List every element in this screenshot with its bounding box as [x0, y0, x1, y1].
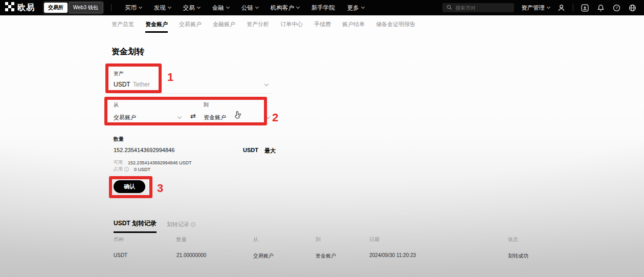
okx-logo[interactable]: 欧易	[5, 2, 35, 13]
chevron-down-icon	[547, 5, 550, 9]
from-account-select[interactable]: 交易账户	[114, 114, 136, 121]
nav-item-institutional[interactable]: 机构客户	[271, 4, 299, 12]
toggle-web3-wallet[interactable]: Web3 钱包	[69, 2, 103, 13]
record-date: 2024/09/30 11:20:23	[369, 252, 508, 260]
tab-asset-analysis[interactable]: 资产分析	[247, 20, 269, 33]
top-nav: 欧易 交易所 Web3 钱包 买币 发现 交易 金融 公链 机构客户 新手学院 …	[0, 0, 644, 15]
asset-manage-menu[interactable]: 资产管理	[521, 4, 550, 12]
to-chevron-down-icon[interactable]	[266, 115, 270, 119]
inuse-value: 0 USDT	[134, 167, 150, 172]
tab-finance-account[interactable]: 金融账户	[213, 20, 235, 33]
col-header-to: 到	[316, 236, 369, 243]
records-table: 币种 数量 从 到 日期 状态 USDT 21.00000000 交易账户 资金…	[114, 236, 531, 260]
asset-chevron-down-icon[interactable]	[264, 82, 269, 86]
download-app-icon[interactable]	[581, 4, 589, 12]
amount-input[interactable]: 152.2354143692994846	[114, 147, 174, 153]
swap-direction-icon[interactable]: ⇄	[190, 112, 196, 120]
tab-account-statement[interactable]: 账户结单	[342, 20, 365, 33]
toggle-exchange[interactable]: 交易所	[44, 3, 68, 13]
globe-icon[interactable]	[628, 4, 637, 12]
nav-item-trade[interactable]: 交易	[183, 4, 200, 12]
info-icon[interactable]: i	[124, 167, 129, 172]
info-icon: i	[191, 222, 195, 227]
nav-divider	[573, 4, 573, 11]
help-icon[interactable]: ?	[612, 4, 621, 12]
amount-currency: USDT	[243, 147, 258, 153]
okx-logo-icon	[5, 2, 14, 13]
chevron-down-icon	[296, 5, 300, 9]
bell-icon[interactable]	[596, 4, 605, 12]
from-chevron-down-icon[interactable]	[177, 115, 182, 119]
max-button[interactable]: 最大	[264, 147, 276, 155]
record-amount: 21.00000000	[176, 252, 253, 260]
record-to: 资金账户	[316, 252, 369, 260]
account-tabs: 资产总览 资金账户 交易账户 金融账户 资产分析 订单中心 手续费 账户结单 储…	[112, 20, 415, 33]
record-status: 划转成功	[508, 252, 531, 260]
mode-toggle: 交易所 Web3 钱包	[43, 1, 104, 14]
tab-order-center[interactable]: 订单中心	[280, 20, 303, 33]
confirm-button[interactable]: 确认	[114, 180, 145, 193]
col-header-status: 状态	[508, 236, 531, 243]
nav-menu: 买币 发现 交易 金融 公链 机构客户 新手学院 更多	[125, 4, 364, 12]
available-label: 可用	[114, 159, 123, 166]
chevron-down-icon	[168, 5, 171, 9]
inuse-label: 占用i	[114, 166, 129, 173]
record-from: 交易账户	[253, 252, 316, 260]
chevron-down-icon	[197, 5, 201, 9]
cursor-hand-icon	[233, 110, 242, 122]
record-coin: USDT	[114, 252, 176, 260]
chevron-down-icon	[255, 5, 259, 9]
chevron-down-icon	[226, 5, 230, 9]
chevron-down-icon	[361, 5, 365, 9]
col-header-date: 日期	[369, 236, 508, 243]
tab-proof-of-reserves[interactable]: 储备金证明报告	[376, 20, 415, 33]
col-header-from: 从	[253, 236, 316, 243]
tab-trading-account[interactable]: 交易账户	[179, 20, 202, 33]
nav-item-academy[interactable]: 新手学院	[312, 4, 335, 12]
user-icon[interactable]	[557, 4, 566, 12]
asset-select-underline	[114, 93, 273, 94]
tab-usdt-transfer-records[interactable]: USDT 划转记录	[114, 219, 157, 233]
annotation-number-1: 1	[167, 71, 173, 84]
from-label: 从	[114, 101, 119, 109]
search-bar[interactable]	[442, 3, 514, 12]
nav-item-buy-crypto[interactable]: 买币	[125, 4, 142, 12]
nav-item-more[interactable]: 更多	[347, 4, 364, 12]
amount-label: 数量	[114, 136, 124, 143]
nav-item-chain[interactable]: 公链	[241, 4, 258, 12]
search-input[interactable]	[455, 5, 510, 11]
tab-all-transfer-records[interactable]: 划转记录i	[167, 221, 195, 233]
search-icon	[447, 3, 452, 12]
asset-select[interactable]: USDTTether	[114, 81, 150, 88]
available-value: 152.2354143692994846 USDT	[128, 160, 192, 165]
col-header-amount: 数量	[176, 236, 253, 243]
main-content: 资产总览 资金账户 交易账户 金融账户 资产分析 订单中心 手续费 账户结单 储…	[0, 15, 644, 277]
svg-text:?: ?	[615, 6, 618, 10]
brand-name: 欧易	[17, 3, 35, 13]
annotation-number-2: 2	[272, 111, 278, 124]
annotation-number-3: 3	[157, 182, 163, 195]
tab-funding-account[interactable]: 资金账户	[145, 20, 168, 33]
available-row: 可用 152.2354143692994846 USDT	[114, 159, 192, 166]
nav-item-finance[interactable]: 金融	[212, 4, 229, 12]
inuse-row: 占用i 0 USDT	[114, 166, 150, 173]
nav-divider	[111, 4, 112, 11]
asset-code: USDT	[114, 81, 130, 88]
asset-fullname: Tether	[133, 81, 150, 88]
to-label: 到	[204, 101, 209, 109]
annotation-box-1	[105, 63, 162, 93]
records-tabs: USDT 划转记录 划转记录i	[114, 219, 195, 233]
tab-fees[interactable]: 手续费	[314, 20, 331, 33]
nav-item-discover[interactable]: 发现	[154, 4, 171, 12]
chevron-down-icon	[139, 5, 142, 9]
page-title: 资金划转	[112, 47, 144, 57]
tab-asset-overview[interactable]: 资产总览	[112, 20, 134, 33]
col-header-coin: 币种	[114, 236, 176, 243]
asset-label: 资产	[114, 70, 124, 77]
to-account-select[interactable]: 资金账户	[204, 114, 226, 121]
